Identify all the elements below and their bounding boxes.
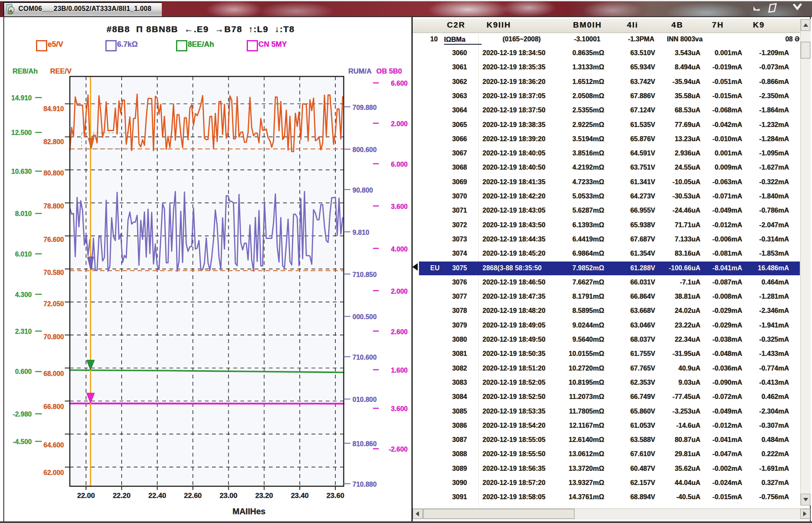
svg-text:710.600: 710.600 (352, 354, 377, 361)
svg-text:2.310: 2.310 (15, 328, 32, 335)
svg-text:70.800: 70.800 (43, 333, 64, 340)
svg-text:MAIIHes: MAIIHes (232, 507, 266, 516)
svg-text:23.60: 23.60 (327, 492, 345, 500)
svg-text:70.580: 70.580 (43, 269, 64, 276)
svg-text:4.300: 4.300 (15, 291, 32, 298)
svg-text:23.40: 23.40 (291, 492, 309, 500)
svg-text:2.000: 2.000 (391, 288, 408, 295)
svg-text:2.000: 2.000 (391, 120, 408, 127)
svg-text:14.910: 14.910 (11, 94, 32, 102)
svg-text:82.800: 82.800 (43, 138, 64, 145)
svg-text:010.800: 010.800 (352, 396, 377, 403)
svg-text:3.600: 3.600 (391, 405, 408, 412)
svg-text:RE8/Ah: RE8/Ah (13, 67, 38, 75)
svg-text:-2.600: -2.600 (389, 446, 408, 453)
svg-text:9.810: 9.810 (352, 229, 369, 236)
svg-text:90.800: 90.800 (352, 187, 373, 194)
svg-text:RUM/A: RUM/A (348, 67, 372, 75)
svg-text:8.010: 8.010 (15, 210, 32, 217)
svg-text:12.500: 12.500 (11, 129, 32, 136)
svg-text:22.20: 22.20 (113, 492, 131, 500)
svg-text:0.600: 0.600 (15, 368, 32, 375)
svg-text:6.000: 6.000 (391, 161, 408, 168)
svg-text:68.000: 68.000 (43, 370, 64, 377)
svg-text:810.860: 810.860 (352, 440, 377, 447)
svg-text:4.000: 4.000 (391, 246, 408, 253)
svg-text:80.800: 80.800 (43, 170, 64, 177)
svg-text:76.600: 76.600 (43, 236, 64, 243)
svg-text:22.00: 22.00 (77, 492, 95, 500)
svg-text:23.20: 23.20 (255, 492, 273, 500)
svg-text:000.500: 000.500 (352, 313, 377, 320)
svg-text:REE/V: REE/V (50, 67, 72, 75)
svg-text:1.600: 1.600 (391, 367, 408, 374)
svg-text:6.010: 6.010 (15, 251, 32, 258)
svg-text:10.630: 10.630 (11, 168, 32, 175)
svg-text:66.800: 66.800 (43, 403, 64, 410)
svg-text:-4.500: -4.500 (13, 438, 32, 445)
svg-text:23.00: 23.00 (220, 492, 237, 500)
svg-text:710.880: 710.880 (352, 481, 377, 488)
svg-text:3.600: 3.600 (391, 203, 408, 210)
svg-text:22.40: 22.40 (148, 492, 166, 500)
svg-text:6.600: 6.600 (391, 80, 408, 87)
svg-text:-2.980: -2.980 (13, 411, 32, 418)
svg-text:64.600: 64.600 (43, 442, 64, 449)
svg-text:72.050: 72.050 (43, 300, 64, 307)
svg-text:62.000: 62.000 (43, 469, 64, 476)
svg-text:709.880: 709.880 (352, 104, 377, 111)
svg-text:22.60: 22.60 (184, 492, 202, 500)
svg-text:OB 5B0: OB 5B0 (376, 67, 402, 75)
svg-text:78.800: 78.800 (43, 203, 64, 210)
svg-text:710.850: 710.850 (352, 271, 377, 278)
svg-text:800.600: 800.600 (352, 146, 377, 153)
svg-text:84.910: 84.910 (43, 105, 64, 112)
svg-text:2.600: 2.600 (391, 328, 408, 335)
